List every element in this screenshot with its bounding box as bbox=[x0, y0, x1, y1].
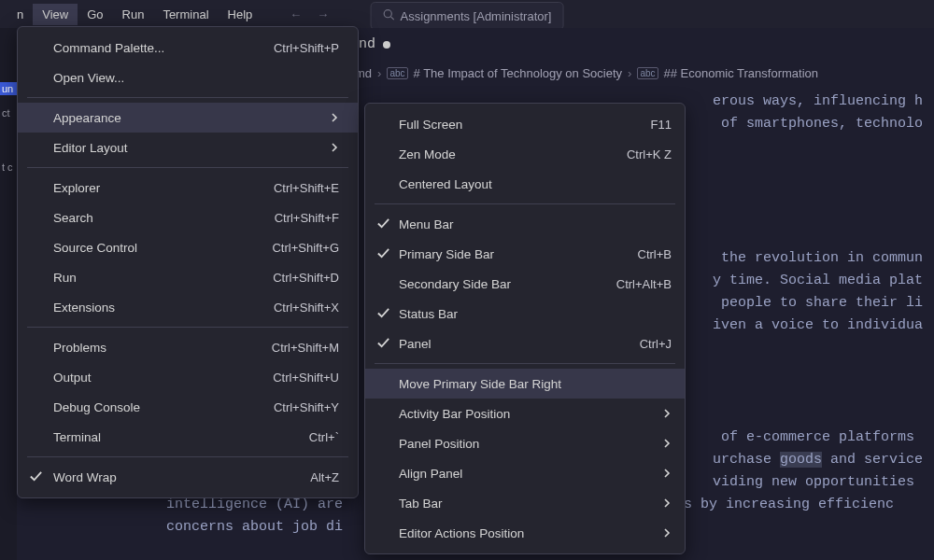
command-palette-item[interactable]: Command Palette...Ctrl+Shift+P bbox=[18, 33, 358, 63]
nav-arrows: ← → bbox=[290, 7, 329, 21]
heading-icon: abc bbox=[387, 67, 407, 79]
check-icon bbox=[376, 217, 390, 233]
explorer-item[interactable]: ExplorerCtrl+Shift+E bbox=[18, 173, 358, 203]
secondary-sidebar-item[interactable]: Secondary Side BarCtrl+Alt+B bbox=[365, 269, 685, 299]
check-icon bbox=[29, 469, 43, 486]
chevron-right-icon bbox=[662, 407, 672, 421]
bc-h1: # The Impact of Technology on Society bbox=[414, 66, 623, 80]
separator bbox=[27, 456, 348, 457]
modified-dot-icon bbox=[383, 41, 390, 49]
nav-forward-icon[interactable]: → bbox=[317, 7, 329, 21]
separator bbox=[27, 167, 348, 168]
check-icon bbox=[376, 336, 390, 353]
chevron-right-icon bbox=[662, 526, 672, 540]
search-item[interactable]: SearchCtrl+Shift+F bbox=[18, 203, 358, 232]
zen-mode-item[interactable]: Zen ModeCtrl+K Z bbox=[365, 139, 685, 169]
check-icon bbox=[376, 306, 390, 323]
separator bbox=[375, 363, 675, 364]
editor-layout-item[interactable]: Editor Layout bbox=[18, 133, 358, 162]
svg-line-1 bbox=[391, 17, 394, 20]
menu-go[interactable]: Go bbox=[78, 4, 112, 25]
open-view-item[interactable]: Open View... bbox=[18, 63, 358, 92]
editor-actions-position-item[interactable]: Editor Actions Position bbox=[365, 518, 685, 548]
full-screen-item[interactable]: Full ScreenF11 bbox=[365, 109, 685, 139]
menu-help[interactable]: Help bbox=[219, 4, 262, 25]
extensions-item[interactable]: ExtensionsCtrl+Shift+X bbox=[18, 292, 358, 322]
title-text: Assignments [Administrator] bbox=[401, 9, 552, 23]
debug-console-item[interactable]: Debug ConsoleCtrl+Shift+Y bbox=[18, 392, 358, 422]
centered-layout-item[interactable]: Centered Layout bbox=[365, 169, 685, 199]
panel-item[interactable]: PanelCtrl+J bbox=[365, 329, 685, 358]
heading-icon: abc bbox=[637, 67, 658, 79]
problems-item[interactable]: ProblemsCtrl+Shift+M bbox=[18, 332, 358, 362]
bc-h2: ## Economic Transformation bbox=[664, 66, 818, 80]
chevron-right-icon: › bbox=[377, 66, 381, 80]
menu-run[interactable]: Run bbox=[113, 4, 154, 25]
menubar: n View Go Run Terminal Help ← → Assignme… bbox=[0, 0, 934, 28]
sliver-tag: un bbox=[0, 82, 17, 95]
nav-back-icon[interactable]: ← bbox=[290, 7, 302, 21]
explorer-sliver: un ct t c bbox=[0, 28, 17, 560]
separator bbox=[27, 327, 348, 328]
chevron-right-icon: › bbox=[628, 66, 631, 80]
chevron-right-icon bbox=[662, 467, 672, 481]
sliver-text: ct bbox=[0, 106, 17, 119]
terminal-item[interactable]: TerminalCtrl+` bbox=[18, 422, 358, 452]
word-wrap-item[interactable]: Word WrapAlt+Z bbox=[18, 462, 358, 492]
svg-point-0 bbox=[384, 10, 391, 18]
move-sidebar-right-item[interactable]: Move Primary Side Bar Right bbox=[365, 369, 685, 399]
status-bar-item[interactable]: Status Bar bbox=[365, 299, 685, 329]
align-panel-item[interactable]: Align Panel bbox=[365, 458, 685, 488]
tab-bar-item[interactable]: Tab Bar bbox=[365, 488, 685, 518]
view-menu-dropdown: Command Palette...Ctrl+Shift+P Open View… bbox=[17, 26, 359, 498]
chevron-right-icon bbox=[330, 111, 339, 125]
source-control-item[interactable]: Source ControlCtrl+Shift+G bbox=[18, 232, 358, 262]
menu-terminal[interactable]: Terminal bbox=[153, 4, 218, 25]
check-icon bbox=[376, 246, 390, 263]
output-item[interactable]: OutputCtrl+Shift+U bbox=[18, 362, 358, 392]
menu-view[interactable]: View bbox=[33, 4, 78, 25]
chevron-right-icon bbox=[662, 437, 672, 451]
panel-position-item[interactable]: Panel Position bbox=[365, 428, 685, 458]
primary-sidebar-item[interactable]: Primary Side BarCtrl+B bbox=[365, 239, 685, 269]
activity-bar-position-item[interactable]: Activity Bar Position bbox=[365, 399, 685, 428]
menu-truncated[interactable]: n bbox=[7, 4, 33, 25]
separator bbox=[375, 203, 675, 204]
appearance-submenu: Full ScreenF11 Zen ModeCtrl+K Z Centered… bbox=[364, 103, 686, 554]
sliver-text2: t c bbox=[0, 161, 17, 174]
run-item[interactable]: RunCtrl+Shift+D bbox=[18, 262, 358, 292]
separator bbox=[27, 97, 348, 98]
title-search[interactable]: Assignments [Administrator] bbox=[371, 2, 564, 30]
menu-bar-item[interactable]: Menu Bar bbox=[365, 209, 685, 239]
appearance-item[interactable]: Appearance bbox=[18, 103, 358, 133]
tab-label: nd bbox=[359, 36, 375, 52]
chevron-right-icon bbox=[330, 141, 339, 155]
chevron-right-icon bbox=[662, 497, 672, 511]
search-icon bbox=[383, 8, 395, 23]
